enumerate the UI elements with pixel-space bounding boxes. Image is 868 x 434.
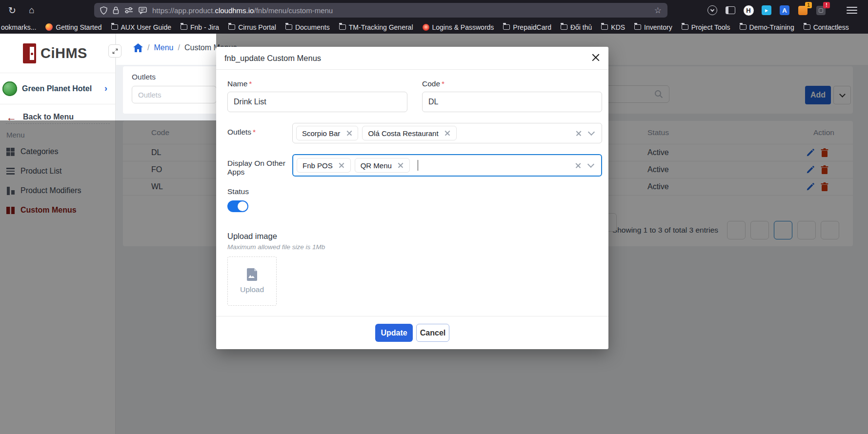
upload-button-label: Upload	[240, 285, 264, 294]
bookmark-label: Đối thủ	[570, 23, 592, 31]
text-cursor	[418, 160, 419, 171]
translate-icon[interactable]: A	[779, 4, 790, 16]
deepl-icon[interactable]: ▸	[761, 4, 772, 16]
bookmark-item[interactable]: ookmarks...	[1, 23, 36, 31]
bookmark-item[interactable]: AUX User Guide	[111, 23, 171, 31]
extension-cluster: H ▸ A 1 !	[707, 0, 827, 20]
selected-outlet-tag: Olá Costa Restaurant	[362, 126, 456, 140]
sidebar-toggle-icon[interactable]	[725, 4, 736, 16]
bookmark-item[interactable]: Documents	[285, 23, 330, 31]
remove-tag-icon[interactable]	[346, 130, 352, 137]
alert-extension-icon[interactable]: !	[815, 4, 827, 16]
bookmark-item[interactable]: Logins & Passwords	[423, 23, 494, 31]
outlets-label: Outlets*	[227, 123, 292, 143]
hotel-selector[interactable]: Green Planet Hotel ›	[0, 73, 115, 104]
bookmark-label: Inventory	[644, 23, 672, 31]
remove-tag-icon[interactable]	[339, 162, 345, 169]
bookmark-label: Documents	[295, 23, 330, 31]
address-bar[interactable]: https://app.product.cloudhms.io/fnb/menu…	[94, 3, 667, 18]
home-icon[interactable]	[133, 43, 143, 52]
basket-extension-icon[interactable]: 1	[797, 4, 808, 16]
bookmark-label: Contactless	[813, 23, 849, 31]
update-button[interactable]: Update	[375, 324, 413, 342]
planet-icon	[2, 81, 17, 96]
collapse-icon	[112, 48, 119, 55]
name-label: Name*	[227, 79, 407, 88]
bookmark-label: Logins & Passwords	[432, 23, 494, 31]
url-text[interactable]: https://app.product.cloudhms.io/fnb/menu…	[152, 6, 333, 15]
chevron-down-icon[interactable]	[589, 130, 594, 135]
bookmark-item[interactable]: Getting Started	[45, 23, 101, 31]
clear-selection-icon[interactable]	[574, 162, 582, 169]
display-apps-label: Display On Other Apps	[227, 154, 292, 177]
bookmark-item[interactable]: Project Tools	[682, 23, 730, 31]
status-toggle[interactable]	[227, 200, 248, 212]
bookmark-folder-icon	[181, 24, 187, 30]
bookmark-label: Project Tools	[691, 23, 730, 31]
outlets-filter-select[interactable]: Outlets	[132, 86, 217, 103]
shield-icon[interactable]	[100, 6, 107, 15]
code-field[interactable]	[422, 92, 602, 112]
bookmark-item[interactable]: Inventory	[634, 23, 672, 31]
display-apps-multiselect[interactable]: Fnb POSQR Menu	[292, 154, 602, 177]
lock-icon[interactable]	[113, 6, 119, 14]
status-label: Status	[227, 187, 602, 196]
breadcrumb-separator: /	[178, 43, 180, 52]
bookmark-folder-icon	[285, 24, 292, 30]
breadcrumb-menu-link[interactable]: Menu	[154, 43, 173, 52]
bookmark-item[interactable]: Contactless	[804, 23, 849, 31]
remove-tag-icon[interactable]	[398, 162, 404, 169]
modal-header: fnb_update Custom Menus	[216, 47, 608, 70]
pocket-icon[interactable]	[707, 4, 718, 16]
bookmark-item[interactable]: Đối thủ	[561, 23, 592, 31]
notes-icon[interactable]	[139, 7, 147, 14]
bookmark-label: Getting Started	[56, 23, 101, 31]
cihms-logo-icon	[23, 43, 36, 63]
selected-app-tag: QR Menu	[355, 158, 410, 173]
bookmark-folder-icon	[601, 24, 608, 30]
bookmark-folder-icon	[111, 24, 118, 30]
bookmark-folder-icon	[45, 23, 53, 31]
bookmark-folder-icon	[423, 24, 429, 31]
bookmark-folder-icon	[503, 24, 510, 30]
home-icon[interactable]: ⌂	[24, 3, 39, 17]
clear-selection-icon[interactable]	[575, 130, 582, 137]
hotel-name: Green Planet Hotel	[22, 84, 100, 93]
bookmark-star-icon[interactable]: ☆	[654, 5, 662, 16]
bookmark-item[interactable]: Fnb - Jira	[181, 23, 219, 31]
bookmark-label: Cirrus Portal	[238, 23, 276, 31]
upload-dropzone[interactable]: Upload	[227, 256, 277, 306]
upload-image-label: Upload image	[227, 232, 602, 241]
selected-outlet-tag: Scorpio Bar	[296, 126, 358, 140]
modal-body: Name* Code* Outlets* Scorpio BarOlá Cost…	[216, 70, 608, 306]
required-mark: *	[249, 79, 252, 88]
bookmark-item[interactable]: Cirrus Portal	[228, 23, 276, 31]
bookmark-folder-icon	[561, 24, 567, 30]
refresh-icon[interactable]: ↻	[5, 3, 20, 17]
outlets-multiselect[interactable]: Scorpio BarOlá Costa Restaurant	[292, 123, 602, 143]
h-extension-icon[interactable]: H	[743, 4, 754, 16]
bookmark-folder-icon	[804, 24, 810, 30]
sidebar-collapse-button[interactable]	[108, 44, 121, 58]
bookmark-item[interactable]: Demo-Training	[740, 23, 794, 31]
name-field[interactable]	[227, 92, 407, 112]
bookmark-item[interactable]: PrepaidCard	[503, 23, 551, 31]
image-file-icon	[246, 268, 258, 281]
remove-tag-icon[interactable]	[444, 130, 451, 137]
bookmark-item[interactable]: KDS	[601, 23, 625, 31]
bookmark-item[interactable]: TM-Tracking General	[339, 23, 413, 31]
screen: ↻ ⌂ https://app.product.cloudhms.io/fnb/…	[0, 0, 868, 434]
menu-icon[interactable]	[847, 5, 857, 15]
permissions-icon[interactable]	[124, 7, 133, 14]
bookmark-label: AUX User Guide	[121, 23, 171, 31]
bookmark-folder-icon	[339, 24, 346, 30]
chevron-down-icon[interactable]	[588, 162, 593, 167]
close-button[interactable]	[591, 53, 600, 63]
breadcrumb-separator: /	[147, 43, 149, 52]
modal-title: fnb_update Custom Menus	[224, 54, 321, 63]
selected-app-tag: Fnb POS	[297, 158, 351, 173]
bookmark-label: TM-Tracking General	[349, 23, 413, 31]
bookmark-label: Fnb - Jira	[190, 23, 219, 31]
bookmark-label: KDS	[611, 23, 625, 31]
cancel-button[interactable]: Cancel	[416, 324, 449, 342]
